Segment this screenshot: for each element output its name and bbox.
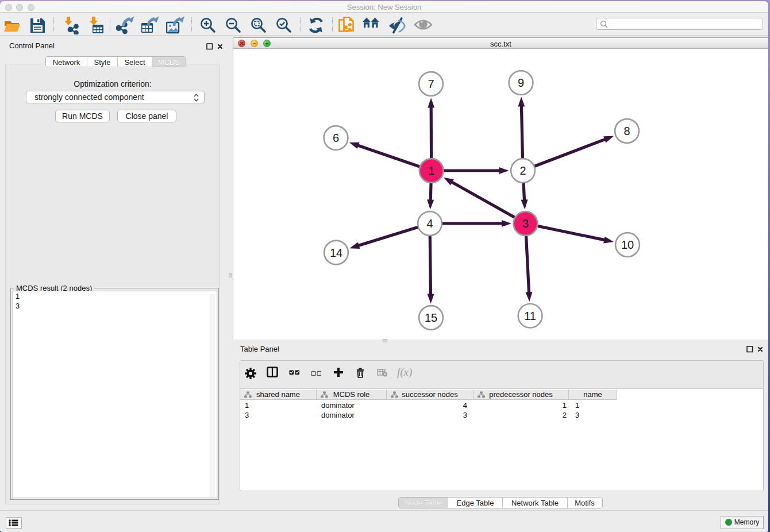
svg-text:15: 15: [425, 311, 437, 324]
svg-text:3: 3: [522, 217, 529, 230]
svg-text:2: 2: [519, 164, 526, 177]
svg-text:8: 8: [623, 125, 630, 137]
svg-text:14: 14: [330, 246, 342, 259]
svg-text:10: 10: [621, 238, 634, 251]
svg-text:1: 1: [428, 164, 434, 177]
svg-text:7: 7: [428, 78, 434, 90]
svg-text:4: 4: [426, 217, 433, 230]
svg-text:11: 11: [524, 310, 536, 322]
svg-text:9: 9: [518, 76, 524, 89]
svg-text:6: 6: [333, 132, 339, 144]
